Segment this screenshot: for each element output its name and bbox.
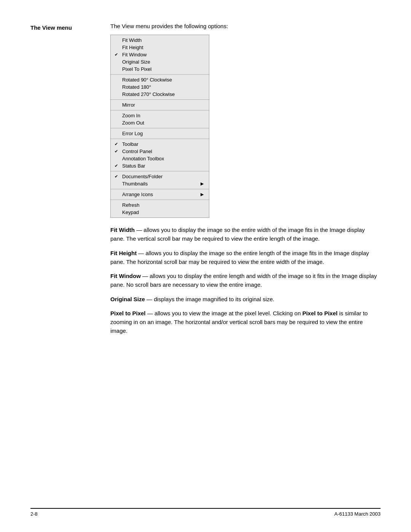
menu-item-label: Mirror [122,102,204,108]
menu-item[interactable]: Pixel To Pixel [111,66,209,73]
term-label: Original Size [110,296,145,302]
menu-item[interactable]: Fit Height [111,44,209,51]
section-title: The View menu [30,24,72,31]
menu-item[interactable]: Annotation Toolbox [111,155,209,162]
intro-text: The View menu provides the following opt… [110,23,381,29]
menu-section: Documents/FolderThumbnails▶ [111,171,209,189]
footer-doc-info: A-61133 March 2003 [335,511,381,517]
footer-page-number: 2-8 [30,511,38,517]
menu-item-label: Pixel To Pixel [122,66,204,72]
menu-item[interactable]: Thumbnails▶ [111,180,209,187]
menu-item[interactable]: Documents/Folder [111,173,209,180]
menu-item-label: Annotation Toolbox [122,156,204,161]
term-label: Fit Width [110,227,135,233]
menu-section: RefreshKeypad [111,200,209,217]
menu-item[interactable]: Keypad [111,209,209,216]
menu-item-label: Thumbnails [122,181,197,187]
description-paragraph: Pixel to Pixel — allows you to view the … [110,309,381,335]
menu-section: Rotated 90° ClockwiseRotated 180°Rotated… [111,75,209,100]
menu-item-label: Status Bar [122,163,204,169]
menu-item-label: Fit Width [122,37,204,43]
menu-item-label: Arrange Icons [122,192,197,197]
description-paragraph: Fit Window — allows you to display the e… [110,272,381,289]
menu-item[interactable]: Toolbar [111,141,209,148]
menu-item-label: Rotated 90° Clockwise [122,77,204,83]
menu-item[interactable]: Status Bar [111,162,209,169]
menu-section: Fit WidthFit HeightFit WindowOriginal Si… [111,35,209,75]
menu-item[interactable]: Control Panel [111,148,209,155]
menu-section: ToolbarControl PanelAnnotation ToolboxSt… [111,139,209,171]
right-column: The View menu provides the following opt… [107,23,381,341]
term-label-secondary: Pixel to Pixel [302,310,338,316]
menu-section: Mirror [111,100,209,110]
menu-item-label: Error Log [122,131,204,136]
menu-item[interactable]: Fit Window [111,51,209,58]
menu-item-label: Fit Window [122,52,204,58]
term-label: Fit Window [110,273,141,279]
menu-item-label: Zoom Out [122,120,204,126]
description-section: Fit Width — allows you to display the im… [110,225,381,335]
menu-item[interactable]: Rotated 270° Clockwise [111,91,209,98]
menu-item[interactable]: Error Log [111,130,209,137]
menu-item[interactable]: Original Size [111,58,209,66]
content-area: The View menu The View menu provides the… [30,23,381,341]
page-container: The View menu The View menu provides the… [0,0,411,532]
menu-item-label: Fit Height [122,45,204,50]
menu-item[interactable]: Zoom Out [111,119,209,126]
menu-item-label: Control Panel [122,149,204,154]
menu-item[interactable]: Fit Width [111,37,209,44]
menu-item[interactable]: Rotated 180° [111,83,209,91]
term-label: Pixel to Pixel [110,310,146,316]
menu-item-label: Toolbar [122,141,204,147]
submenu-arrow-icon: ▶ [201,181,204,186]
description-paragraph: Original Size — displays the image magni… [110,295,381,304]
description-paragraph: Fit Height — allows you to display the i… [110,249,381,267]
menu-item-label: Refresh [122,202,204,208]
left-column: The View menu [30,23,107,341]
description-paragraph: Fit Width — allows you to display the im… [110,225,381,243]
menu-item-label: Keypad [122,209,204,215]
menu-item[interactable]: Zoom In [111,112,209,119]
footer: 2-8 A-61133 March 2003 [30,508,381,517]
menu-item-label: Zoom In [122,113,204,118]
menu-item-label: Original Size [122,59,204,65]
term-label: Fit Height [110,250,137,256]
menu-item-label: Documents/Folder [122,174,204,179]
menu-section: Zoom InZoom Out [111,110,209,128]
menu-item-label: Rotated 270° Clockwise [122,91,204,97]
menu-item[interactable]: Rotated 90° Clockwise [111,76,209,83]
menu-item[interactable]: Refresh [111,201,209,209]
menu-item[interactable]: Arrange Icons▶ [111,191,209,198]
menu-section: Arrange Icons▶ [111,189,209,200]
view-menu-screenshot: Fit WidthFit HeightFit WindowOriginal Si… [110,35,209,218]
menu-section: Error Log [111,128,209,139]
submenu-arrow-icon: ▶ [201,192,204,197]
menu-item-label: Rotated 180° [122,84,204,90]
menu-item[interactable]: Mirror [111,101,209,109]
